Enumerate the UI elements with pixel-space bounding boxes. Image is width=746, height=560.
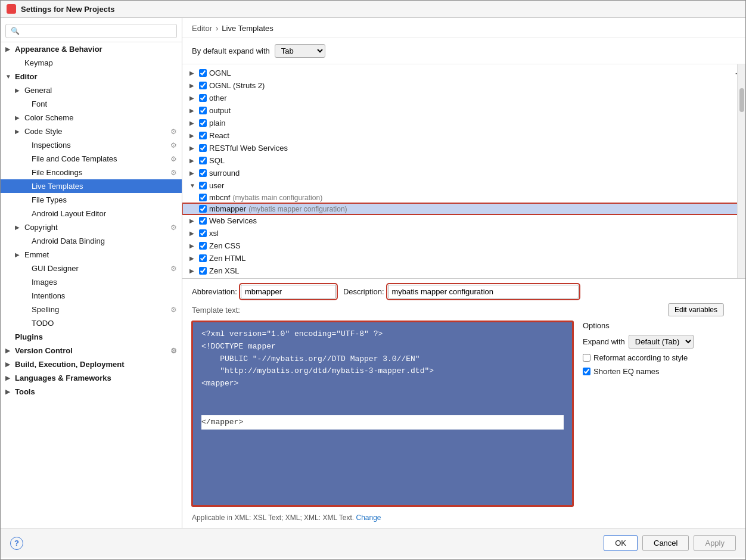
sidebar-item-tools[interactable]: ▶ Tools	[1, 385, 182, 399]
tpl-group-webservices[interactable]: ▶ Web Services	[182, 214, 745, 227]
sidebar-item-buildexecution[interactable]: ▶ Build, Execution, Deployment	[1, 357, 182, 371]
tpl-child-checkbox-mbcnf[interactable]	[199, 194, 207, 201]
tpl-group-zenhtml[interactable]: ▶ Zen HTML	[182, 252, 745, 265]
chevron-right-icon: ▶	[15, 128, 22, 135]
tpl-group-checkbox-zencss[interactable]	[199, 242, 207, 250]
chevron-right-icon: ▶	[189, 255, 197, 262]
sidebar-item-emmet[interactable]: ▶ Emmet	[1, 248, 182, 262]
code-line-6	[201, 390, 564, 403]
tpl-group-checkbox-zenxsl[interactable]	[199, 267, 207, 275]
sidebar-item-versioncontrol[interactable]: ▶ Version Control ⚙	[1, 344, 182, 357]
tpl-group-checkbox-sql[interactable]	[199, 157, 207, 164]
template-body: <?xml version="1.0" encoding="UTF-8" ?> …	[192, 321, 736, 506]
sidebar-item-plugins[interactable]: Plugins	[1, 330, 182, 344]
chevron-right-icon: ▶	[15, 114, 22, 121]
tpl-group-checkbox-restful[interactable]	[199, 144, 207, 152]
tpl-group-plain[interactable]: ▶ plain	[182, 117, 745, 129]
sidebar-item-codestyle[interactable]: ▶ Code Style ⚙	[1, 125, 182, 138]
search-input[interactable]	[5, 24, 177, 38]
sidebar-item-general[interactable]: ▶ General	[1, 83, 182, 97]
sidebar-item-copyright[interactable]: ▶ Copyright ⚙	[1, 220, 182, 234]
sidebar-item-filecodetemplates[interactable]: File and Code Templates ⚙	[1, 152, 182, 166]
title-bar: Settings for New Projects	[1, 1, 745, 18]
tpl-group-checkbox-surround[interactable]	[199, 169, 207, 177]
tpl-group-surround[interactable]: ▶ surround	[182, 167, 745, 179]
help-button[interactable]: ?	[10, 537, 23, 550]
tpl-group-checkbox-ognl[interactable]	[199, 69, 207, 77]
ok-button[interactable]: OK	[604, 535, 638, 551]
tpl-group-output[interactable]: ▶ output	[182, 104, 745, 117]
sidebar-item-fileencodings[interactable]: File Encodings ⚙	[1, 166, 182, 179]
tpl-group-checkbox-other[interactable]	[199, 94, 207, 102]
sidebar-item-editor[interactable]: ▼ Editor	[1, 70, 182, 83]
description-input[interactable]	[388, 285, 579, 298]
tpl-group-other[interactable]: ▶ other	[182, 92, 745, 104]
sidebar-item-label: Inspections	[32, 141, 168, 150]
tpl-group-zencss[interactable]: ▶ Zen CSS	[182, 239, 745, 252]
sidebar-item-label: Keymap	[24, 58, 177, 67]
chevron-right-icon: ▶	[15, 224, 22, 231]
tpl-group-checkbox-webservices[interactable]	[199, 217, 207, 225]
scrollbar-track[interactable]	[737, 64, 745, 278]
tpl-child-mbmapper[interactable]: mbmapper (mybatis mapper configuration)	[182, 203, 745, 214]
sidebar-item-spelling[interactable]: Spelling ⚙	[1, 303, 182, 316]
sidebar-item-todo[interactable]: TODO	[1, 316, 182, 330]
tpl-group-restful[interactable]: ▶ RESTful Web Services	[182, 142, 745, 154]
sidebar-item-appearance[interactable]: ▶ Appearance & Behavior	[1, 42, 182, 56]
sidebar-item-languages[interactable]: ▶ Languages & Frameworks	[1, 371, 182, 385]
sidebar-item-filetypes[interactable]: File Types	[1, 193, 182, 207]
code-editor[interactable]: <?xml version="1.0" encoding="UTF-8" ?> …	[192, 321, 573, 506]
tpl-group-zenxsl[interactable]: ▶ Zen XSL	[182, 265, 745, 277]
chevron-right-icon: ▶	[5, 46, 13, 52]
cancel-button[interactable]: Cancel	[642, 535, 689, 551]
tpl-group-checkbox-xsl[interactable]	[199, 229, 207, 237]
abbreviation-input[interactable]	[241, 285, 336, 298]
tpl-group-ognlstruts[interactable]: ▶ OGNL (Struts 2)	[182, 79, 745, 92]
tpl-group-ognl[interactable]: ▶ OGNL	[182, 67, 745, 79]
sidebar-item-livetemplates[interactable]: Live Templates	[1, 179, 182, 193]
expand-with-select[interactable]: Tab Enter Space	[275, 44, 325, 58]
tpl-group-checkbox-plain[interactable]	[199, 119, 207, 127]
tpl-child-checkbox-mbmapper[interactable]	[199, 205, 207, 213]
tpl-group-checkbox-output[interactable]	[199, 107, 207, 114]
sidebar-item-label: Spelling	[32, 305, 168, 314]
tpl-child-mbcnf[interactable]: mbcnf (mybatis main configuration)	[182, 192, 745, 203]
sidebar-item-keymap[interactable]: Keymap	[1, 56, 182, 70]
gear-icon: ⚙	[170, 347, 177, 355]
tpl-group-xsl[interactable]: ▶ xsl	[182, 227, 745, 239]
sidebar-item-guidesigner[interactable]: GUI Designer ⚙	[1, 262, 182, 275]
tpl-child-label: mbcnf	[209, 193, 230, 202]
tpl-group-checkbox-react[interactable]	[199, 132, 207, 139]
tpl-group-checkbox-ognlstruts[interactable]	[199, 82, 207, 89]
sidebar-item-colorscheme[interactable]: ▶ Color Scheme	[1, 111, 182, 125]
sidebar-item-images[interactable]: Images	[1, 275, 182, 289]
reformat-check-row: Reformat according to style	[583, 353, 733, 362]
tpl-group-label: xsl	[209, 229, 219, 238]
code-line-8: </mapper>	[201, 415, 564, 430]
shorten-check-row: Shorten EQ names	[583, 367, 733, 376]
scrollbar-thumb[interactable]	[739, 88, 744, 112]
options-title: Options	[583, 321, 733, 330]
sidebar-item-label: Font	[32, 99, 177, 108]
reformat-checkbox[interactable]	[583, 354, 590, 362]
apply-button[interactable]: Apply	[694, 535, 736, 551]
tpl-group-user[interactable]: ▼ user	[182, 179, 745, 192]
chevron-right-icon: ▶	[189, 70, 197, 76]
sidebar-item-intentions[interactable]: Intentions	[1, 289, 182, 303]
chevron-right-icon: ▶	[189, 95, 197, 101]
chevron-right-icon: ▶	[5, 375, 13, 381]
tpl-group-checkbox-user[interactable]	[199, 182, 207, 189]
description-label: Description:	[343, 287, 384, 296]
sidebar-item-androidlayouteditor[interactable]: Android Layout Editor	[1, 207, 182, 220]
options-expand-select[interactable]: Default (Tab) Tab Enter Space	[629, 335, 694, 349]
shorten-checkbox[interactable]	[583, 368, 590, 375]
sidebar-item-androiddatabinding[interactable]: Android Data Binding	[1, 234, 182, 248]
sidebar-item-font[interactable]: Font	[1, 97, 182, 111]
sidebar-item-inspections[interactable]: Inspections ⚙	[1, 138, 182, 152]
tpl-group-react[interactable]: ▶ React	[182, 129, 745, 142]
applicable-in-change-link[interactable]: Change	[356, 514, 381, 522]
edit-variables-button[interactable]: Edit variables	[668, 303, 724, 316]
tpl-group-sql[interactable]: ▶ SQL	[182, 154, 745, 167]
sidebar-item-label: Plugins	[15, 332, 177, 341]
tpl-group-checkbox-zenhtml[interactable]	[199, 254, 207, 262]
